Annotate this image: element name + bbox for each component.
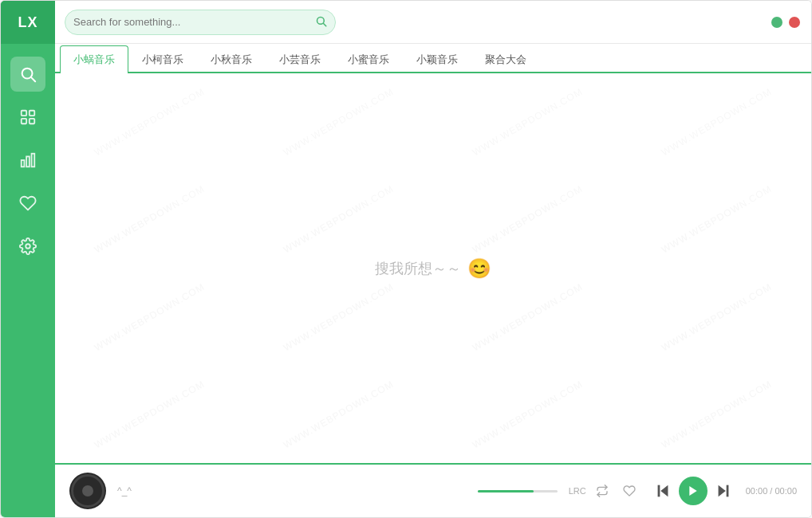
sidebar-item-charts[interactable] <box>10 143 45 178</box>
svg-marker-14 <box>689 486 696 496</box>
close-button[interactable] <box>789 17 800 28</box>
svg-rect-7 <box>26 156 30 167</box>
tab-xiaoke[interactable]: 小柯音乐 <box>128 45 197 73</box>
player-bar: ^_^ LRC <box>55 463 811 517</box>
minimize-button[interactable] <box>771 17 782 28</box>
watermark-9: WWW.WEBPDOWN.COM <box>55 227 256 406</box>
main-content: WWW.WEBPDOWN.COM WWW.WEBPDOWN.COM WWW.WE… <box>55 73 811 463</box>
player-track-status: ^_^ <box>117 485 149 496</box>
app-container: LX <box>0 0 812 518</box>
tab-xiaoyun[interactable]: 小芸音乐 <box>266 45 334 73</box>
favorite-button[interactable] <box>618 480 641 502</box>
tab-xiaoying[interactable]: 小颖音乐 <box>403 45 471 73</box>
watermark-10: WWW.WEBPDOWN.COM <box>232 227 444 406</box>
volume-slider[interactable] <box>478 490 558 492</box>
watermark-5: WWW.WEBPDOWN.COM <box>55 130 256 308</box>
sidebar-item-favorites[interactable] <box>10 186 45 221</box>
library-icon <box>19 108 37 126</box>
svg-rect-2 <box>22 111 26 116</box>
svg-marker-15 <box>718 485 725 497</box>
loop-button[interactable] <box>591 480 613 502</box>
svg-line-11 <box>323 23 325 26</box>
empty-hint: 搜我所想～～ 😊 <box>375 257 491 280</box>
svg-rect-5 <box>30 119 34 124</box>
time-current: 00:00 <box>746 486 768 496</box>
empty-hint-text: 搜我所想～～ <box>375 259 461 278</box>
time-display: 00:00 / 00:00 <box>746 486 797 496</box>
svg-rect-8 <box>32 154 35 167</box>
watermark-3: WWW.WEBPDOWN.COM <box>421 73 633 211</box>
svg-rect-6 <box>22 160 25 167</box>
playback-controls <box>652 477 735 505</box>
watermark-11: WWW.WEBPDOWN.COM <box>421 227 633 406</box>
album-cover <box>69 473 106 509</box>
watermark-6: WWW.WEBPDOWN.COM <box>232 130 444 308</box>
settings-icon <box>19 237 37 255</box>
search-input[interactable] <box>73 16 310 28</box>
smiley-emoji: 😊 <box>467 257 491 280</box>
watermark-14: WWW.WEBPDOWN.COM <box>232 325 444 463</box>
svg-line-1 <box>31 77 35 81</box>
volume-fill <box>478 490 534 492</box>
app-logo: LX <box>1 1 55 44</box>
tabs-bar: 小蜗音乐 小柯音乐 小秋音乐 小芸音乐 小蜜音乐 小颖音乐 聚合大会 <box>55 44 811 73</box>
watermark-2: WWW.WEBPDOWN.COM <box>232 73 444 211</box>
sidebar-item-search[interactable] <box>10 57 45 92</box>
svg-rect-4 <box>22 119 26 124</box>
sidebar-icons <box>10 44 45 517</box>
svg-rect-16 <box>726 485 728 497</box>
play-pause-button[interactable] <box>679 477 708 505</box>
watermark-1: WWW.WEBPDOWN.COM <box>55 73 256 211</box>
main-layout: LX <box>1 1 811 517</box>
favorites-icon <box>19 194 37 212</box>
lrc-button[interactable]: LRC <box>569 486 586 496</box>
tab-xiaoqiu[interactable]: 小秋音乐 <box>197 45 266 73</box>
watermark-13: WWW.WEBPDOWN.COM <box>55 325 256 463</box>
sidebar-item-settings[interactable] <box>10 229 45 264</box>
window-controls <box>771 17 800 28</box>
sidebar-item-library[interactable] <box>10 100 45 135</box>
search-submit-icon[interactable] <box>315 15 327 29</box>
search-icon <box>19 65 37 83</box>
svg-marker-12 <box>660 485 668 497</box>
watermark-15: WWW.WEBPDOWN.COM <box>421 325 633 463</box>
player-progress-area <box>478 490 558 492</box>
tab-juhui[interactable]: 聚合大会 <box>471 45 540 73</box>
svg-rect-13 <box>657 485 660 497</box>
player-btn-group: LRC <box>569 480 641 502</box>
svg-point-9 <box>26 244 30 249</box>
watermark-7: WWW.WEBPDOWN.COM <box>421 130 633 308</box>
charts-icon <box>19 151 37 169</box>
time-total: 00:00 <box>775 486 797 496</box>
watermark-12: WWW.WEBPDOWN.COM <box>610 227 811 406</box>
svg-rect-3 <box>30 111 34 116</box>
sidebar: LX <box>1 1 55 517</box>
watermark-16: WWW.WEBPDOWN.COM <box>610 325 811 463</box>
next-button[interactable] <box>712 480 735 502</box>
tab-xiaomi[interactable]: 小蜜音乐 <box>334 45 403 73</box>
tab-xiaowo[interactable]: 小蜗音乐 <box>60 45 128 73</box>
prev-button[interactable] <box>652 480 674 502</box>
watermark-8: WWW.WEBPDOWN.COM <box>610 130 811 308</box>
top-bar <box>55 1 811 44</box>
search-box[interactable] <box>65 10 336 35</box>
album-ring <box>71 474 104 508</box>
content-area: 小蜗音乐 小柯音乐 小秋音乐 小芸音乐 小蜜音乐 小颖音乐 聚合大会 WWW.W… <box>55 1 811 517</box>
watermark-4: WWW.WEBPDOWN.COM <box>610 73 811 211</box>
